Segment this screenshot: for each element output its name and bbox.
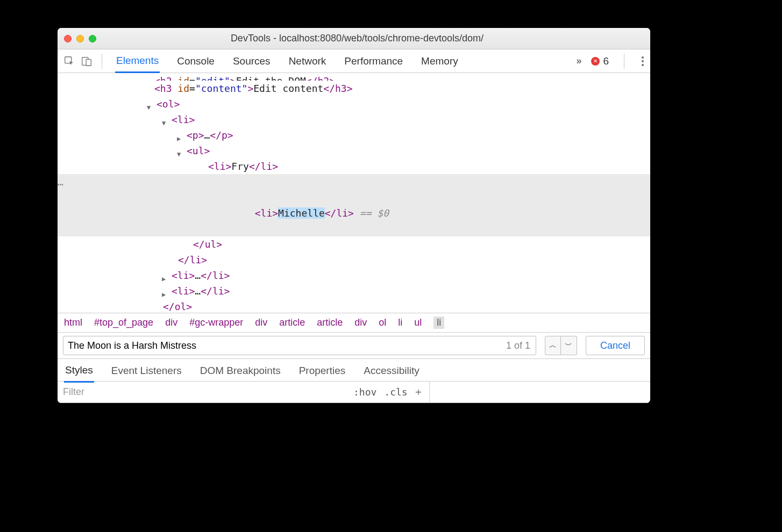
dom-node-p-collapsed[interactable]: <p>…</p> [58, 127, 650, 143]
tab-console[interactable]: Console [176, 55, 216, 72]
breadcrumb-item[interactable]: #gc-wrapper [189, 317, 243, 328]
dom-node-ol-close[interactable]: </ol> [58, 299, 650, 313]
hov-toggle[interactable]: :hov [353, 386, 376, 398]
toolbar-right: » 6 [576, 54, 646, 69]
device-toolbar-icon[interactable] [79, 54, 94, 69]
dom-node-li-fry[interactable]: <li>Fry</li> [58, 159, 650, 174]
breadcrumb-item[interactable]: html [64, 317, 82, 328]
breadcrumb-item[interactable]: div [354, 317, 367, 328]
search-prev-button[interactable]: ︿ [545, 336, 561, 355]
tab-network[interactable]: Network [288, 55, 328, 72]
breadcrumb-item[interactable]: ol [379, 317, 386, 328]
node-text: Edit content [253, 83, 323, 94]
search-bar: 1 of 1 ︿ ﹀ Cancel [58, 332, 650, 359]
dom-breadcrumb: html #top_of_page div #gc-wrapper div ar… [58, 313, 650, 332]
dom-node-li-collapsed[interactable]: <li>…</li> [58, 268, 650, 283]
window-titlebar: DevTools - localhost:8080/web/tools/chro… [58, 28, 650, 49]
breadcrumb-item[interactable]: article [279, 317, 305, 328]
tab-styles[interactable]: Styles [64, 364, 94, 383]
maximize-window-button[interactable] [89, 35, 96, 42]
tab-performance[interactable]: Performance [343, 55, 404, 72]
cls-toggle[interactable]: .cls [384, 386, 407, 398]
tab-dom-breakpoints[interactable]: DOM Breakpoints [199, 365, 282, 382]
ellipsis: … [195, 270, 201, 281]
breadcrumb-item-current[interactable]: li [433, 317, 444, 329]
error-count: 6 [603, 55, 609, 67]
breadcrumb-item[interactable]: div [165, 317, 177, 328]
new-style-rule-icon[interactable]: + [415, 385, 422, 399]
dom-node-li-open[interactable]: <li> [58, 112, 650, 127]
li-text-michelle: Michelle [278, 207, 325, 219]
inspect-element-icon[interactable] [62, 54, 77, 69]
dom-node[interactable]: <h2 id="edit">Edit the DOM</h2> [58, 73, 650, 81]
selected-row-gutter-icon[interactable]: … [58, 174, 63, 190]
traffic-lights [64, 35, 96, 42]
search-next-button[interactable]: ﹀ [561, 336, 577, 355]
breadcrumb-item[interactable]: li [398, 317, 402, 328]
sidebar-tabs: Styles Event Listeners DOM Breakpoints P… [58, 359, 650, 382]
dom-node-li-close[interactable]: </li> [58, 252, 650, 268]
styles-toolbar: :hov .cls + [58, 382, 650, 403]
devtools-window: DevTools - localhost:8080/web/tools/chro… [58, 28, 650, 403]
dom-node-ol-open[interactable]: <ol> [58, 96, 650, 112]
ellipsis: … [195, 285, 201, 297]
console-ref: $0 [377, 207, 389, 219]
window-title: DevTools - localhost:8080/web/tools/chro… [96, 33, 618, 44]
panel-tabs: Elements Console Sources Network Perform… [108, 52, 576, 70]
dom-node-ul-close[interactable]: </ul> [58, 236, 650, 252]
tab-event-listeners[interactable]: Event Listeners [110, 365, 183, 382]
tab-elements[interactable]: Elements [115, 55, 160, 73]
breadcrumb-item[interactable]: div [255, 317, 267, 328]
toolbar-separator [102, 54, 102, 69]
breadcrumb-item[interactable]: ul [414, 317, 422, 328]
tab-properties[interactable]: Properties [298, 365, 347, 382]
minimize-window-button[interactable] [76, 35, 84, 42]
dom-node-ul-open[interactable]: <ul> [58, 143, 650, 159]
more-tabs-icon[interactable]: » [576, 55, 581, 67]
toolbar-separator [624, 54, 624, 69]
search-result-count: 1 of 1 [501, 340, 536, 351]
dom-node-li-collapsed[interactable]: <li>…</li> [58, 283, 650, 299]
error-icon [591, 57, 600, 66]
svg-rect-2 [86, 59, 91, 66]
dom-node-h3-content[interactable]: <h3 id="content">Edit content</h3> [58, 81, 650, 96]
styles-controls: :hov .cls + [348, 382, 430, 402]
search-box: 1 of 1 [63, 336, 536, 355]
dom-tree[interactable]: <h2 id="edit">Edit the DOM</h2> <h3 id="… [58, 73, 650, 313]
error-badge[interactable]: 6 [591, 55, 609, 67]
dom-node-li-michelle-selected[interactable]: … <li>Michelle</li> == $0 [58, 174, 650, 236]
close-window-button[interactable] [64, 35, 72, 42]
breadcrumb-item[interactable]: #top_of_page [94, 317, 153, 328]
ellipsis: … [204, 130, 210, 141]
main-toolbar: Elements Console Sources Network Perform… [58, 49, 650, 73]
tab-sources[interactable]: Sources [232, 55, 272, 72]
attr-value: content [201, 83, 242, 94]
tab-memory[interactable]: Memory [420, 55, 459, 72]
styles-filter-input[interactable] [58, 382, 348, 402]
search-input[interactable] [63, 340, 501, 351]
search-nav-buttons: ︿ ﹀ [545, 336, 577, 355]
breadcrumb-item[interactable]: article [317, 317, 343, 328]
settings-menu-icon[interactable] [639, 56, 646, 66]
tab-accessibility[interactable]: Accessibility [362, 365, 420, 382]
search-cancel-button[interactable]: Cancel [586, 336, 645, 355]
li-text-fry: Fry [231, 161, 249, 172]
